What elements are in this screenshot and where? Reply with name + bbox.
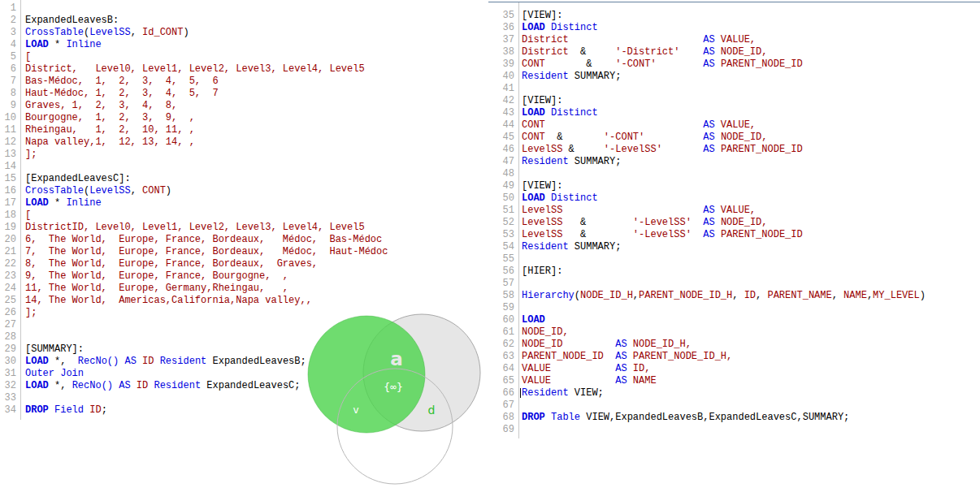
code-line[interactable]: LOAD *, RecNo() AS ID Resident ExpandedL… <box>25 356 388 368</box>
code-line[interactable]: ExpandedLeavesB: <box>25 15 388 27</box>
code-line[interactable] <box>25 319 388 331</box>
code-line[interactable]: 6, The World, Europe, France, Bordeaux, … <box>25 234 388 246</box>
code-line[interactable]: LOAD Distinct <box>522 192 926 205</box>
code-line[interactable]: LevelSS & '-LevelSS' AS NODE_ID, <box>522 217 926 229</box>
code-line[interactable]: CONT & '-CONT' AS PARENT_NODE_ID <box>522 58 926 71</box>
code-line[interactable]: PARENT_NODE_ID AS PARENT_NODE_ID_H, <box>522 351 926 363</box>
code-token: RecNo() <box>72 380 113 391</box>
code-line[interactable] <box>25 2 388 15</box>
code-line[interactable] <box>522 302 926 314</box>
code-line[interactable]: LevelSS AS VALUE, <box>522 205 926 217</box>
line-number: 61 <box>488 326 514 339</box>
code-line[interactable]: ]; <box>25 307 388 319</box>
code-line[interactable]: Resident VIEW; <box>522 387 926 399</box>
code-line[interactable]: LOAD * Inline <box>25 39 388 51</box>
code-line[interactable]: Resident SUMMARY; <box>522 241 926 253</box>
code-line[interactable]: ]; <box>25 149 388 161</box>
code-line[interactable]: CrossTable(LevelSS, Id_CONT) <box>25 27 388 39</box>
code-line[interactable]: LevelSS & '-LevelSS' AS PARENT_NODE_ID <box>522 229 926 241</box>
code-line[interactable]: District & '-District' AS NODE_ID, <box>522 46 926 58</box>
code-line[interactable]: LOAD * Inline <box>25 197 388 209</box>
code-token: AS <box>703 205 714 216</box>
code-token: & <box>545 58 615 70</box>
code-line[interactable]: LOAD *, RecNo() AS ID Resident ExpandedL… <box>25 380 388 392</box>
code-token: ID <box>744 290 756 301</box>
code-line[interactable]: NODE_ID, <box>522 326 926 339</box>
code-line[interactable]: District AS VALUE, <box>522 34 926 46</box>
code-line[interactable]: 7, The World, Europe, France, Bordeaux, … <box>25 246 388 258</box>
code-token: Bourgogne, 1, 2, 3, 9, , <box>25 112 195 123</box>
code-line[interactable]: [ <box>25 209 388 222</box>
code-line[interactable]: Graves, 1, 2, 3, 4, 8, <box>25 100 388 112</box>
code-line[interactable] <box>25 392 388 404</box>
line-number: 30 <box>0 356 16 368</box>
code-line[interactable]: 14, The World, Americas,California,Napa … <box>25 295 388 307</box>
code-line[interactable]: DROP Field ID; <box>25 404 388 417</box>
code-line[interactable]: District, Level0, Level1, Level2, Level3… <box>25 63 388 76</box>
code-token: AS <box>703 34 714 45</box>
code-line[interactable]: CONT & '-CONT' AS NODE_ID, <box>522 132 926 144</box>
code-area[interactable]: ExpandedLeavesB:CrossTable(LevelSS, Id_C… <box>25 2 388 417</box>
code-line[interactable]: 9, The World, Europe, France, Bourgogne,… <box>25 270 388 283</box>
code-token: , <box>732 290 744 301</box>
code-line[interactable]: [VIEW]: <box>522 180 926 192</box>
code-line[interactable]: VALUE AS NAME <box>522 375 926 387</box>
code-line[interactable]: 11, The World, Europe, Germany,Rheingau,… <box>25 283 388 295</box>
code-token: [HIER]: <box>522 266 562 277</box>
code-line[interactable]: CrossTable(LevelSS, CONT) <box>25 185 388 197</box>
code-line[interactable] <box>522 83 926 95</box>
code-line[interactable]: Outer Join <box>25 368 388 380</box>
code-line[interactable] <box>522 424 926 436</box>
code-line[interactable]: Resident SUMMARY; <box>522 156 926 168</box>
code-area[interactable]: [VIEW]:LOAD DistinctDistrict AS VALUE,Di… <box>522 10 926 436</box>
line-number: 54 <box>488 241 514 253</box>
code-line[interactable]: [ <box>25 51 388 63</box>
code-token: AS <box>615 363 627 374</box>
line-number: 56 <box>488 266 514 278</box>
code-line[interactable]: NODE_ID AS NODE_ID_H, <box>522 339 926 351</box>
code-token: VALUE, <box>721 119 756 131</box>
code-token: PARENT_NODE_ID_H <box>639 290 732 301</box>
code-line[interactable]: DistrictID, Level0, Level1, Level2, Leve… <box>25 222 388 234</box>
code-line[interactable] <box>25 161 388 173</box>
code-line[interactable] <box>522 168 926 180</box>
line-number: 67 <box>488 399 514 412</box>
code-line[interactable]: LOAD Distinct <box>522 107 926 119</box>
code-line[interactable] <box>522 278 926 290</box>
code-line[interactable] <box>522 253 926 266</box>
code-token: AS <box>615 339 627 350</box>
code-line[interactable]: LevelSS & '-LevelSS' AS PARENT_NODE_ID <box>522 144 926 156</box>
code-token: District <box>522 46 569 58</box>
code-line[interactable] <box>522 399 926 412</box>
code-line[interactable]: 8, The World, Europe, France, Bordeaux, … <box>25 258 388 270</box>
code-token: Rheingau, 1, 2, 10, 11, , <box>25 124 195 136</box>
code-token: Distinct <box>551 107 598 119</box>
code-token: District <box>522 34 569 45</box>
code-line[interactable]: Resident SUMMARY; <box>522 71 926 83</box>
code-token: [SUMMARY]: <box>25 343 84 355</box>
code-line[interactable]: LOAD <box>522 314 926 326</box>
code-line[interactable]: Bas-Médoc, 1, 2, 3, 4, 5, 6 <box>25 76 388 88</box>
code-line[interactable]: [HIER]: <box>522 266 926 278</box>
code-token: AS <box>703 144 714 155</box>
code-line[interactable] <box>25 331 388 343</box>
code-token: NODE_ID_H <box>580 290 633 301</box>
code-line[interactable]: Hierarchy(NODE_ID_H,PARENT_NODE_ID_H, ID… <box>522 290 926 302</box>
code-line[interactable]: Bourgogne, 1, 2, 3, 9, , <box>25 112 388 124</box>
code-line[interactable]: [SUMMARY]: <box>25 343 388 356</box>
code-line[interactable]: DROP Table VIEW,ExpandedLeavesB,Expanded… <box>522 412 926 424</box>
code-token <box>662 144 703 155</box>
code-token: PARENT_NODE_ID <box>721 58 803 70</box>
line-number: 12 <box>0 136 16 149</box>
code-line[interactable]: LOAD Distinct <box>522 22 926 34</box>
code-token: ) <box>183 27 189 38</box>
code-line[interactable]: [ExpandedLeavesC]: <box>25 173 388 185</box>
code-line[interactable]: Haut-Médoc, 1, 2, 3, 4, 5, 7 <box>25 88 388 100</box>
code-line[interactable]: Napa valley,1, 12, 13, 14, , <box>25 136 388 149</box>
code-line[interactable]: [VIEW]: <box>522 10 926 22</box>
code-line[interactable]: [VIEW]: <box>522 95 926 107</box>
code-line[interactable]: CONT AS VALUE, <box>522 119 926 132</box>
code-token: VALUE <box>522 363 551 374</box>
code-line[interactable]: VALUE AS ID, <box>522 363 926 375</box>
code-line[interactable]: Rheingau, 1, 2, 10, 11, , <box>25 124 388 136</box>
